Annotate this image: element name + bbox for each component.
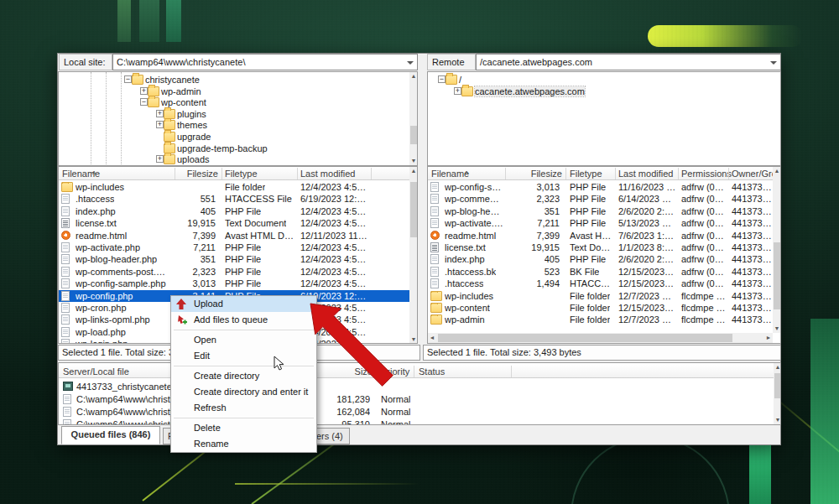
column-header-filesize[interactable]: Filesize [531,169,562,179]
local-directory-tree[interactable]: −christycanete+wp-admin−wp-content+plugi… [58,71,418,166]
scroll-down-icon[interactable]: ▼ [409,335,418,344]
file-row[interactable]: .htaccess.bk523BK File12/15/2023 9:2...a… [428,266,774,278]
file-row[interactable]: readme.html7,399Avast HTM...7/6/2023 1:4… [428,230,774,242]
column-header-owner-gro[interactable]: Owner/Gro [732,169,777,179]
collapse-minus-icon[interactable]: − [140,98,148,106]
scroll-down-icon[interactable]: ▼ [774,416,781,424]
tree-item-themes[interactable]: +themes [59,119,417,131]
column-header-status[interactable]: Status [419,366,445,377]
file-row[interactable]: wp-comments-post.p...2,323PHP File6/14/2… [428,193,774,205]
vertical-scrollbar[interactable]: ▲▼ [774,363,781,424]
scrollbar-thumb[interactable] [410,126,417,144]
column-separator[interactable] [615,168,616,179]
transfer-queue[interactable]: Server/Local fileSizePriorityStatus44137… [58,362,781,425]
column-separator[interactable] [414,366,414,377]
file-row[interactable]: .htaccess1,494HTACCESS ...12/15/2023 9:2… [428,278,774,289]
tab-queued-files-846-[interactable]: Queued files (846) [61,426,160,444]
tree-item-upgrade-temp-backup[interactable]: upgrade-temp-backup [59,143,417,154]
menu-item-add-files-to-queue[interactable]: Add files to queue [171,312,316,328]
menu-item-refresh[interactable]: Refresh [171,400,316,416]
scroll-up-icon[interactable]: ▲ [409,72,418,81]
scroll-right-icon[interactable]: ► [764,333,773,343]
expand-plus-icon[interactable]: + [156,121,164,128]
column-separator[interactable] [221,168,222,179]
scroll-down-icon[interactable]: ▼ [773,325,781,333]
menu-item-upload[interactable]: Upload [171,296,316,312]
file-row[interactable]: wp-blog-header.php351PHP File12/4/2023 4… [59,253,409,265]
file-row[interactable]: wp-activate.php7,211PHP File12/4/2023 4:… [59,242,409,253]
column-separator[interactable] [678,168,679,179]
remote-directory-tree[interactable]: −/+cacanete.atwebpages.com [427,71,781,166]
expand-plus-icon[interactable]: + [156,155,164,163]
file-row[interactable]: readme.html7,399Avast HTML Docu...12/11/… [59,230,409,242]
vertical-scrollbar[interactable]: ▲▼ [773,167,781,333]
column-separator[interactable] [505,168,506,179]
remote-site-combobox[interactable]: /cacanete.atwebpages.com [476,54,781,70]
column-header-last-modified[interactable]: Last modified [618,169,673,179]
column-separator[interactable] [511,366,512,377]
file-row[interactable]: wp-adminFile folder12/7/2023 12:2...flcd… [428,314,774,325]
file-row[interactable]: wp-activate.php7,211PHP File5/13/2023 5:… [428,217,774,229]
menu-item-open[interactable]: Open [171,332,316,348]
file-row[interactable]: wp-config-sample.php3,013PHP File11/16/2… [428,181,774,193]
file-row[interactable]: wp-includesFile folder12/7/2023 12:2...f… [428,290,774,302]
queue-row[interactable]: C:\wamp64\www\christyc.162,084Normal [59,406,774,418]
collapse-minus-icon[interactable]: − [438,75,446,83]
chevron-down-icon[interactable] [770,61,777,65]
file-row[interactable]: index.php405PHP File12/4/2023 4:56:14 ..… [59,205,409,217]
queue-row[interactable]: C:\wamp64\www\christyc.181,239Normal [59,393,774,405]
menu-item-create-directory-and-enter-it[interactable]: Create directory and enter it [171,384,316,400]
tree-item-christycanete[interactable]: −christycanete [59,74,417,86]
queue-header[interactable]: Server/Local fileSizePriorityStatus [59,365,774,378]
vertical-scrollbar[interactable]: ▲▼ [409,72,418,165]
column-separator[interactable] [565,168,566,179]
file-row[interactable]: wp-blog-header.php351PHP File2/6/2020 2:… [428,205,774,217]
tree-item-upgrade[interactable]: upgrade [59,131,417,143]
vertical-scrollbar[interactable]: ▲▼ [409,167,418,344]
scroll-down-icon[interactable]: ▼ [409,157,418,165]
scroll-up-icon[interactable]: ▲ [774,363,781,372]
collapse-minus-icon[interactable]: − [124,75,132,83]
column-separator[interactable] [175,168,175,179]
queue-row[interactable]: 4413733_christycanete@cac. [59,381,774,392]
file-row[interactable]: wp-comments-post.php2,323PHP File12/4/20… [59,266,409,278]
menu-item-create-directory[interactable]: Create directory [171,368,316,384]
column-header-filetype[interactable]: Filetype [225,169,258,179]
expand-plus-icon[interactable]: + [156,110,164,117]
scrollbar-thumb[interactable] [410,182,417,237]
scroll-up-icon[interactable]: ▲ [409,167,418,175]
file-row[interactable]: wp-contentFile folder12/15/2023 10:...fl… [428,302,774,314]
scrollbar-thumb[interactable] [438,334,732,342]
column-separator[interactable] [371,168,372,179]
column-header-last-modified[interactable]: Last modified [300,169,355,179]
local-site-combobox[interactable]: C:\wamp64\www\christycanete\ [112,54,418,70]
scroll-up-icon[interactable]: ▲ [773,167,781,175]
column-header-filename[interactable]: Filename [431,169,469,179]
menu-item-edit[interactable]: Edit [171,348,316,364]
chevron-down-icon[interactable] [407,61,414,65]
column-header-filetype[interactable]: Filetype [570,169,602,179]
tree-item-wp-content[interactable]: −wp-content [59,96,417,108]
file-row[interactable]: index.php405PHP File2/6/2020 2:33:1...ad… [428,253,774,265]
tree-item-uploads[interactable]: +uploads [59,153,417,165]
scroll-left-icon[interactable]: ◄ [428,333,436,343]
column-separator[interactable] [297,168,298,179]
file-row[interactable]: license.txt19,915Text Docu...1/1/2023 8:… [428,242,774,253]
column-separator[interactable] [728,168,729,179]
queue-row[interactable]: C:\wamp64\www\christyc.95,310Normal [59,418,774,425]
list-header[interactable]: FilenameFilesizeFiletypeLast modifiedᴧ [59,167,409,180]
remote-file-list[interactable]: FilenameFilesizeFiletypeLast modifiedPer… [427,166,781,344]
horizontal-scrollbar[interactable]: ◄► [428,333,773,343]
tree-item-cacanete-atwebpages-com[interactable]: +cacanete.atwebpages.com [428,86,780,97]
tree-item-wp-admin[interactable]: +wp-admin [59,86,417,97]
expand-plus-icon[interactable]: + [140,87,148,95]
file-row[interactable]: wp-config-sample.php3,013PHP File12/4/20… [59,278,409,289]
file-row[interactable]: wp-includesFile folder12/4/2023 4:57:23 … [59,181,409,193]
column-header-server-local-file[interactable]: Server/Local file [63,366,129,377]
menu-item-delete[interactable]: Delete [171,420,316,436]
file-row[interactable]: license.txt19,915Text Document12/4/2023 … [59,217,409,229]
file-row[interactable]: .htaccess551HTACCESS File6/19/2023 12:23… [59,193,409,205]
menu-item-rename[interactable]: Rename [171,436,316,452]
column-header-filesize[interactable]: Filesize [187,169,218,179]
list-header[interactable]: FilenameFilesizeFiletypeLast modifiedPer… [428,167,774,180]
